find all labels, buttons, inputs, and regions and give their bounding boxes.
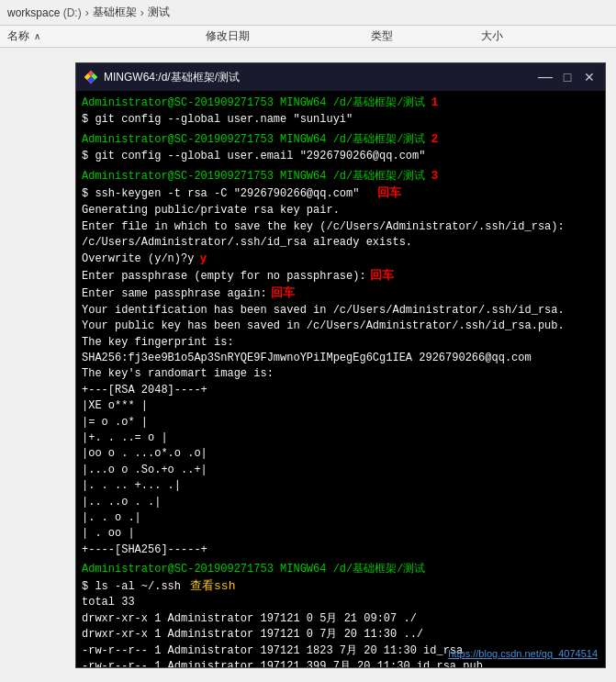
art-6: |...o o .So.+o ..+|	[82, 463, 599, 478]
prompt-1: Administrator@SC-201909271753 MINGW64 /d…	[82, 95, 425, 111]
art-4: |+. . ..= o |	[82, 430, 599, 446]
output-3-6: Enter same passphrase again:	[82, 286, 267, 302]
art-11: +----[SHA256]-----+	[82, 542, 599, 558]
art-5: |oo o . ...o*.o .o|	[82, 446, 599, 462]
sort-arrow: ∧	[34, 31, 40, 41]
art-3: |= o .o* |	[82, 415, 599, 430]
prompt-3: Administrator@SC-201909271753 MINGW64 /d…	[82, 169, 425, 184]
output-3-10: SHA256:fj3ee9B1o5Ap3SnRYQE9FJmwnoYPiIMpe…	[82, 351, 599, 366]
output-3-9: The key fingerprint is:	[82, 335, 599, 351]
y-annotation: y	[199, 251, 207, 268]
col-type-header[interactable]: 类型	[371, 28, 481, 44]
art-10: | . oo |	[82, 526, 599, 542]
art-7: |. . .. +... .|	[82, 478, 599, 494]
explorer-bar: workspace (D:) › 基础框架 › 测试	[0, 0, 616, 26]
prompt-2: Administrator@SC-201909271753 MINGW64 /d…	[82, 132, 425, 148]
cmd-3: $ ssh-keygen -t rsa -C "2926790266@qq.co…	[82, 186, 359, 202]
terminal-icon	[84, 70, 98, 84]
cmd-1: $ git config --global user.name "sunluyi…	[82, 113, 353, 126]
enter1-annotation: 回车	[370, 268, 394, 285]
breadcrumb-workspace[interactable]: workspace	[7, 6, 60, 19]
terminal-controls[interactable]: — □ ✕	[537, 69, 598, 85]
art-2: |XE o*** |	[82, 398, 599, 414]
output-4-1: total 33	[82, 595, 599, 610]
column-headers: 名称 ∧ 修改日期 类型 大小	[0, 26, 616, 48]
output-4-2: drwxr-xr-x 1 Administrator 197121 0 5月 2…	[82, 611, 599, 627]
breadcrumb-folder1[interactable]: 基础框架	[93, 5, 137, 20]
overwrite-y: y	[187, 252, 194, 267]
annotation-1: 1	[431, 95, 438, 112]
breadcrumb-folder2[interactable]: 测试	[148, 5, 170, 20]
cmd-2: $ git config --global user.email "292679…	[82, 150, 425, 162]
huiche-annotation: 回车	[377, 185, 401, 203]
output-3-11: The key's randomart image is:	[82, 366, 599, 382]
breadcrumb-sep1: ›	[85, 6, 89, 19]
output-4-3: drwxr-xr-x 1 Administrator 197121 0 7月 2…	[82, 627, 599, 643]
watermark[interactable]: https://blog.csdn.net/qq_4074514	[448, 647, 598, 662]
output-3-4: Overwrite (y/n)?	[82, 252, 187, 267]
terminal-titlebar: MINGW64:/d/基础框架/测试 — □ ✕	[76, 63, 605, 91]
prompt-4: Administrator@SC-201909271753 MINGW64 /d…	[82, 563, 425, 576]
close-button[interactable]: ✕	[581, 69, 598, 85]
output-3-7: Your identification has been saved in /c…	[82, 303, 599, 319]
output-3-1: Generating public/private rsa key pair.	[82, 203, 599, 218]
maximize-button[interactable]: □	[559, 69, 576, 85]
terminal-block-1: Administrator@SC-201909271753 MINGW64 /d…	[82, 95, 599, 128]
col-name-header[interactable]: 名称 ∧	[4, 28, 206, 44]
annotation-3: 3	[431, 168, 438, 185]
art-8: |.. ..o . .|	[82, 495, 599, 510]
output-3-5: Enter passphrase (empty for no passphras…	[82, 269, 366, 285]
output-3-8: Your public key has been saved in /c/Use…	[82, 319, 599, 334]
enter2-annotation: 回车	[271, 285, 295, 303]
col-date-header[interactable]: 修改日期	[206, 28, 371, 44]
terminal-block-3: Administrator@SC-201909271753 MINGW64 /d…	[82, 168, 599, 558]
ssh-label: 查看ssh	[190, 578, 235, 596]
terminal-block-2: Administrator@SC-201909271753 MINGW64 /d…	[82, 131, 599, 164]
col-size-header[interactable]: 大小	[481, 28, 554, 44]
minimize-button[interactable]: —	[537, 69, 554, 85]
output-3-2: Enter file in which to save the key (/c/…	[82, 219, 599, 235]
breadcrumb-drive-label: (D:)	[63, 6, 82, 19]
terminal-content[interactable]: Administrator@SC-201909271753 MINGW64 /d…	[76, 91, 605, 667]
art-9: |. . o .|	[82, 510, 599, 526]
output-3-3: /c/Users/Administrator/.ssh/id_rsa alrea…	[82, 235, 599, 251]
breadcrumb[interactable]: workspace (D:) › 基础框架 › 测试	[7, 5, 170, 20]
terminal-title: MINGW64:/d/基础框架/测试	[104, 70, 537, 85]
cmd-4: $ ls -al ~/.ssh	[82, 579, 181, 595]
breadcrumb-sep2: ›	[140, 6, 144, 19]
terminal-window: MINGW64:/d/基础框架/测试 — □ ✕ Administrator@S…	[75, 62, 606, 668]
annotation-2: 2	[431, 131, 438, 149]
art-1: +---[RSA 2048]----+	[82, 383, 599, 398]
